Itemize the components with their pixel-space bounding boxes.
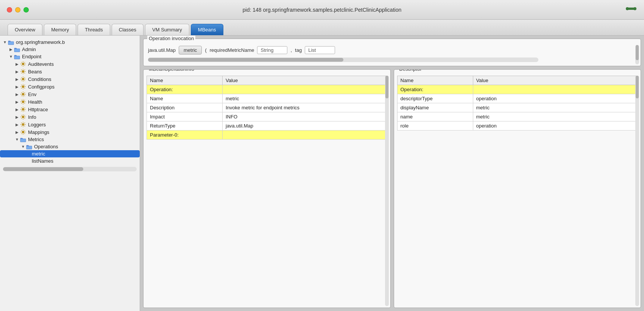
table-row: Name metric	[147, 94, 387, 103]
arrow-endpoint[interactable]	[8, 54, 14, 59]
svg-point-6	[22, 86, 24, 88]
method-button[interactable]: metric	[179, 46, 202, 54]
admin-label: Admin	[22, 47, 36, 52]
gear-icon-conditions	[20, 76, 27, 82]
op-invocation-title: Operation invocation	[147, 36, 195, 41]
desc-row-dname-value: metric	[473, 103, 638, 112]
mbean-row-return-name: ReturnType	[147, 121, 223, 131]
arrow-metrics[interactable]	[14, 137, 20, 142]
arrow-health[interactable]	[14, 99, 20, 104]
gear-icon-info	[20, 114, 27, 120]
arrow-admin[interactable]	[8, 47, 14, 52]
content-area: Operation invocation java.util.Map metri…	[140, 36, 644, 311]
mbean-col-name: Name	[147, 76, 223, 85]
sidebar-item-endpoint[interactable]: Endpoint	[0, 53, 140, 60]
gear-icon-httptrace	[20, 106, 27, 112]
op-vscrollbar[interactable]	[635, 45, 639, 64]
descriptor-table-scroll[interactable]: Name Value Operation: descriptorType	[394, 74, 641, 308]
bottom-panels: MBeanOperationInfo Name Value Operation:	[143, 69, 641, 308]
sidebar-item-auditevents[interactable]: Auditevents	[0, 60, 140, 68]
sidebar-hscrollbar[interactable]	[3, 167, 137, 171]
svg-point-2	[633, 7, 636, 10]
titlebar: pid: 148 org.springframework.samples.pet…	[0, 0, 644, 20]
tabbar: Overview Memory Threads Classes VM Summa…	[0, 20, 644, 36]
tab-mbeans[interactable]: MBeans	[191, 24, 223, 35]
mbean-row-param-value	[223, 131, 387, 140]
arrow-mappings[interactable]	[14, 129, 20, 135]
minimize-button[interactable]	[15, 7, 20, 12]
table-row: Description Invoke metric for endpoint m…	[147, 103, 387, 112]
desc-row-dtype-value: operation	[473, 94, 638, 103]
table-row: Operation:	[397, 85, 638, 94]
maximize-button[interactable]	[23, 7, 29, 12]
desc-col-name: Name	[397, 76, 473, 85]
param2-name: tag	[295, 47, 302, 53]
tab-vmsummary[interactable]: VM Summary	[145, 24, 189, 35]
arrow-httptrace[interactable]	[14, 107, 20, 112]
main-area: org.springframework.b Admin Endpoi	[0, 36, 644, 311]
sidebar-item-metrics[interactable]: Metrics	[0, 136, 140, 143]
arrow-operations[interactable]	[20, 144, 26, 149]
gear-icon-health	[20, 99, 27, 105]
tab-classes[interactable]: Classes	[112, 24, 143, 35]
sidebar-item-mappings[interactable]: Mappings	[0, 128, 140, 136]
mbean-info-title: MBeanOperationInfo	[147, 69, 196, 72]
mbean-col-value: Value	[223, 76, 387, 85]
mbean-row-op-name: Operation:	[147, 85, 223, 94]
sidebar-item-admin[interactable]: Admin	[0, 46, 140, 53]
tab-memory[interactable]: Memory	[44, 24, 76, 35]
mbean-row-impact-value: INFO	[223, 112, 387, 121]
folder-icon-endpoint	[14, 54, 20, 59]
sidebar-item-env[interactable]: Env	[0, 90, 140, 98]
gear-icon-configprops	[20, 84, 27, 90]
desc-vscrollbar[interactable]	[635, 76, 639, 306]
sidebar-item-httptrace[interactable]: Httptrace	[0, 106, 140, 113]
desc-row-dname-name: displayName	[397, 103, 473, 112]
arrow-conditions[interactable]	[14, 76, 20, 82]
svg-point-5	[22, 78, 24, 80]
arrow-loggers[interactable]	[14, 122, 20, 127]
folder-icon-root	[8, 40, 14, 45]
sidebar-item-beans[interactable]: Beans	[0, 68, 140, 75]
close-button[interactable]	[7, 7, 12, 12]
sidebar-item-info[interactable]: Info	[0, 113, 140, 121]
mbean-info-table-scroll[interactable]: Name Value Operation: Name metric	[143, 74, 390, 308]
sidebar-item-loggers[interactable]: Loggers	[0, 121, 140, 128]
sidebar-item-metric[interactable]: metric	[0, 150, 140, 157]
info-label: Info	[28, 114, 36, 120]
conditions-label: Conditions	[28, 76, 51, 82]
arrow-configprops[interactable]	[14, 84, 20, 89]
loggers-label: Loggers	[28, 122, 46, 128]
svg-point-10	[22, 116, 24, 118]
mbean-row-desc-name: Description	[147, 103, 223, 112]
desc-row-role-name: role	[397, 121, 473, 131]
folder-icon-admin	[14, 47, 20, 52]
table-row: ReturnType java.util.Map	[147, 121, 387, 131]
health-label: Health	[28, 99, 42, 105]
arrow-root[interactable]	[2, 40, 8, 45]
svg-point-7	[22, 93, 24, 95]
sidebar-item-operations[interactable]: Operations	[0, 143, 140, 150]
comma: ,	[290, 47, 292, 53]
tree-root[interactable]: org.springframework.b	[0, 39, 140, 46]
table-row: name metric	[397, 112, 638, 121]
sidebar-item-health[interactable]: Health	[0, 98, 140, 106]
sidebar-item-listnames[interactable]: listNames	[0, 157, 140, 165]
sidebar-item-configprops[interactable]: Configprops	[0, 83, 140, 90]
op-hscrollbar[interactable]	[148, 58, 538, 62]
mbean-vscrollbar[interactable]	[385, 76, 389, 306]
operation-invocation-panel: Operation invocation java.util.Map metri…	[143, 39, 641, 66]
arrow-beans[interactable]	[14, 69, 20, 74]
arrow-auditevents[interactable]	[14, 61, 20, 67]
arrow-info[interactable]	[14, 114, 20, 120]
arrow-env[interactable]	[14, 92, 20, 97]
configprops-label: Configprops	[28, 84, 55, 90]
endpoint-label: Endpoint	[22, 54, 41, 59]
table-row: descriptorType operation	[397, 94, 638, 103]
sidebar-item-conditions[interactable]: Conditions	[0, 75, 140, 83]
tab-overview[interactable]: Overview	[8, 24, 42, 35]
tab-threads[interactable]: Threads	[78, 24, 110, 35]
desc-row-op-value	[473, 85, 638, 94]
table-row: displayName metric	[397, 103, 638, 112]
svg-point-3	[22, 63, 24, 65]
